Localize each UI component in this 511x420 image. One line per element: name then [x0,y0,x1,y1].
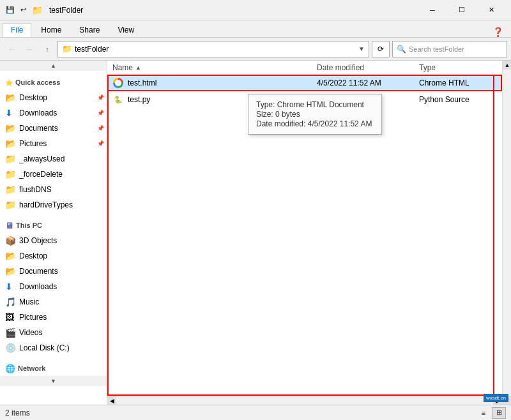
chrome-html-icon [112,77,124,89]
sidebar-item-alwaysused[interactable]: 📁 _alwaysUsed [0,151,107,167]
up-button[interactable]: ↑ [40,41,55,57]
sidebar-item-local-disk[interactable]: 💿 Local Disk (C:) [0,340,107,356]
3dobjects-icon: 📦 [5,236,17,246]
items-count: 2 items [5,409,30,417]
sidebar-item-pictures-pc[interactable]: 🖼 Pictures [0,310,107,325]
hscroll-track[interactable] [116,396,493,405]
large-icons-view-button[interactable]: ⊞ [492,407,506,419]
address-chevron: ▼ [358,45,365,52]
refresh-button[interactable]: ⟳ [372,41,390,57]
titlebar-folder-icon: 📁 [32,5,43,15]
main-area: ▲ ⭐ Quick access 📂 Desktop 📌 ⬇ Downloads… [0,61,511,405]
cell-name-test-html: test.html [107,77,312,89]
back-button[interactable]: ← [4,41,19,57]
sidebar-scroll-up[interactable]: ▲ [0,61,107,71]
sidebar-item-documents-pc[interactable]: 📂 Documents [0,264,107,279]
file-row-test-html[interactable]: test.html 4/5/2022 11:52 AM Chrome HTML [107,75,502,91]
sidebar-item-forcedelete[interactable]: 📁 _forceDelete [0,167,107,182]
sidebar-item-flushdns[interactable]: 📁 flushDNS [0,182,107,197]
music-icon: 🎵 [5,297,17,307]
vscroll-track[interactable] [503,70,511,396]
tooltip-type: Type: Chrome HTML Document [256,100,374,109]
col-header-date[interactable]: Date modified [312,63,414,72]
folder-icon: 📂 [5,266,17,276]
pin-icon: 📌 [97,125,104,131]
watermark: wxsdt.cn [484,394,508,402]
tooltip-size: Size: 0 bytes [256,110,374,119]
disk-icon: 💿 [5,343,17,353]
download-icon: ⬇ [5,281,17,292]
pin-icon: 📌 [97,140,104,147]
maximize-button[interactable]: ☐ [447,0,477,20]
vscroll-up-button[interactable]: ▲ [503,61,511,70]
view-toggle: ≡ ⊞ [477,407,506,419]
file-list-body: test.html 4/5/2022 11:52 AM Chrome HTML … [107,75,502,396]
sidebar-item-downloads-pc[interactable]: ⬇ Downloads [0,279,107,294]
file-list-header: Name ▲ Date modified Type [107,61,502,75]
sidebar-item-documents-qa[interactable]: 📂 Documents 📌 [0,121,107,136]
quick-access-toolbar-undo[interactable]: ↩ [18,5,28,15]
vertical-scrollbar[interactable]: ▲ ▼ [502,61,511,405]
col-header-name[interactable]: Name ▲ [107,63,312,72]
folder-icon: 📂 [5,139,17,149]
pin-icon: 📌 [97,94,104,101]
addressbar: ← → ↑ 📁 testFolder ▼ ⟳ 🔍 Search testFold… [0,38,511,61]
search-icon: 🔍 [397,45,406,54]
help-icon[interactable]: ❓ [487,27,508,37]
cell-type-test-py: Python Source [414,95,502,104]
ribbon: File Home Share View ❓ [0,20,511,38]
address-folder-icon: 📁 [62,44,72,54]
folder-icon: 📁 [5,200,17,210]
quick-access-toolbar-save[interactable]: 💾 [5,5,15,15]
address-path: testFolder [75,45,356,54]
sidebar-item-harddrivetypes[interactable]: 📁 hardDriveTypes [0,197,107,213]
statusbar: 2 items ≡ ⊞ [0,405,511,420]
forward-button[interactable]: → [22,41,37,57]
videos-icon: 🎬 [5,327,17,338]
folder-icon: 📂 [5,251,17,261]
folder-icon: 📁 [5,169,17,179]
folder-icon: 📁 [5,154,17,164]
folder-icon: 📂 [5,93,17,103]
tab-share[interactable]: Share [71,23,108,37]
sidebar: ▲ ⭐ Quick access 📂 Desktop 📌 ⬇ Downloads… [0,61,107,405]
file-area: Name ▲ Date modified Type test.html 4/5/… [107,61,502,405]
sidebar-item-videos[interactable]: 🎬 Videos [0,325,107,340]
titlebar-title: testFolder [49,6,414,15]
sidebar-section-quick-access[interactable]: ⭐ Quick access [0,75,107,90]
hscroll-left-button[interactable]: ◀ [107,396,116,405]
cell-type-test-html: Chrome HTML [414,79,502,87]
horizontal-scrollbar[interactable]: ◀ ▶ [107,396,502,405]
close-button[interactable]: ✕ [477,0,506,20]
details-view-button[interactable]: ≡ [477,407,491,419]
folder-icon: 📁 [5,184,17,195]
sidebar-item-music[interactable]: 🎵 Music [0,294,107,310]
folder-icon: 📂 [5,123,17,133]
sidebar-item-downloads-qa[interactable]: ⬇ Downloads 📌 [0,105,107,121]
sidebar-section-this-pc[interactable]: 🖥 This PC [0,218,107,233]
address-box[interactable]: 📁 testFolder ▼ [57,41,369,57]
sidebar-item-3dobjects[interactable]: 📦 3D Objects [0,233,107,248]
cell-date-test-html: 4/5/2022 11:52 AM [312,79,414,87]
tab-home[interactable]: Home [33,23,70,37]
search-box[interactable]: 🔍 Search testFolder [392,41,507,57]
window-controls: ─ ☐ ✕ [418,0,506,20]
titlebar-icons: 💾 ↩ [5,5,28,15]
sort-arrow-icon: ▲ [135,64,141,71]
sidebar-scroll-down[interactable]: ▼ [0,376,107,386]
sidebar-item-desktop-qa[interactable]: 📂 Desktop 📌 [0,90,107,105]
titlebar: 💾 ↩ 📁 testFolder ─ ☐ ✕ [0,0,511,20]
sidebar-item-pictures-qa[interactable]: 📂 Pictures 📌 [0,136,107,151]
sidebar-section-network[interactable]: 🌐 Network [0,361,107,376]
minimize-button[interactable]: ─ [418,0,447,20]
search-placeholder: Search testFolder [409,45,464,53]
sidebar-item-desktop-pc[interactable]: 📂 Desktop [0,248,107,264]
tab-file[interactable]: File [3,23,31,37]
file-tooltip: Type: Chrome HTML Document Size: 0 bytes… [248,94,382,135]
tooltip-date: Date modified: 4/5/2022 11:52 AM [256,119,374,128]
pin-icon: 📌 [97,110,104,116]
ribbon-tabs: File Home Share View ❓ [0,20,511,37]
tab-view[interactable]: View [109,23,142,37]
col-header-type[interactable]: Type [414,63,502,72]
pictures-icon: 🖼 [5,312,17,322]
